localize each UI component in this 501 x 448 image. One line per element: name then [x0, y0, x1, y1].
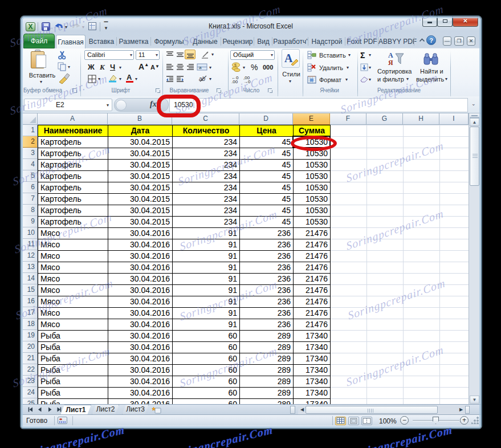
svg-text:ab: ab: [199, 76, 206, 82]
svg-text:А: А: [284, 52, 293, 64]
svg-text:a: a: [199, 65, 202, 70]
svg-text:А: А: [388, 51, 393, 59]
svg-text:Я: Я: [388, 59, 393, 67]
svg-text:▾: ▾: [68, 64, 70, 70]
